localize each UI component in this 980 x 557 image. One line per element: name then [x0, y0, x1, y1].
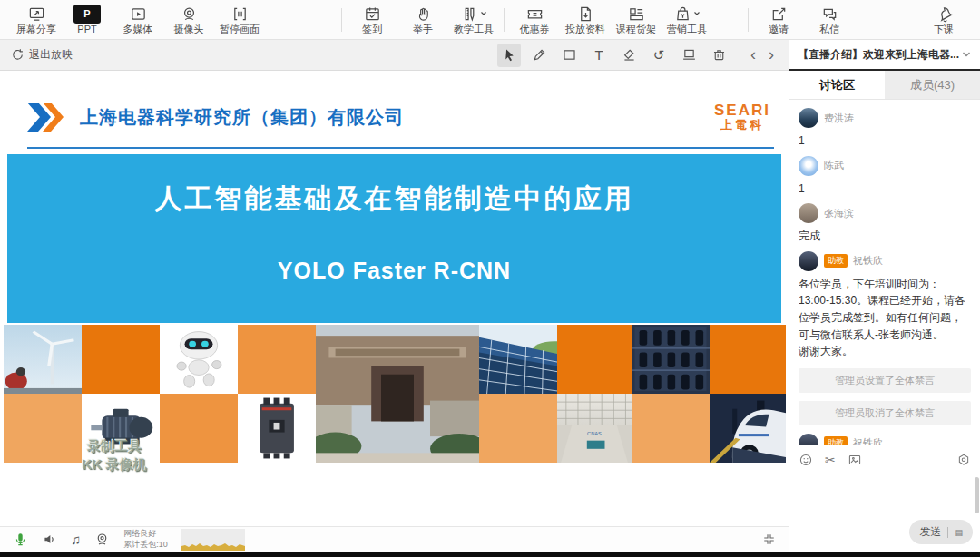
toolbar-divider — [341, 8, 342, 32]
pause-screen-button[interactable]: 暂停画面 — [214, 5, 265, 34]
avatar — [799, 108, 818, 128]
chat-message: 张海滨 完成 — [799, 203, 971, 245]
exit-playback-label: 退出放映 — [29, 47, 73, 63]
teaching-tools-button[interactable]: 教学工具 — [448, 5, 499, 34]
background-music-button[interactable]: ♫ — [71, 532, 81, 547]
raise-hand-button[interactable]: 举手 — [397, 5, 448, 34]
sender-name: 祝铁欣 — [853, 436, 883, 445]
status-bar: ♫ 网络良好 累计丢包:10 — [0, 526, 789, 552]
marketing-tools-button[interactable]: 营销工具 — [662, 5, 712, 34]
sender-name: 费洪涛 — [824, 112, 854, 125]
message-text: 1 — [799, 132, 971, 150]
coupon-label: 优惠券 — [520, 24, 550, 34]
materials-icon — [577, 5, 594, 23]
chat-settings-button[interactable] — [956, 453, 971, 467]
sidebar: 【直播介绍】欢迎来到上海电器... 讨论区 成员(43) 费洪涛 1 — [789, 40, 980, 552]
sign-in-icon — [364, 5, 381, 23]
audio-waveform — [181, 529, 245, 551]
orange-tile — [632, 394, 710, 463]
packet-loss-text: 累计丢包:10 — [123, 540, 168, 550]
send-button[interactable]: 发送 ▤ — [909, 520, 973, 544]
photo-wind-turbine — [4, 325, 82, 394]
ppt-button[interactable]: P PPT — [62, 5, 113, 34]
screen-tool[interactable] — [677, 44, 701, 67]
marketing-tools-icon — [674, 5, 701, 23]
network-status: 网络良好 累计丢包:10 — [123, 529, 168, 550]
slide-navigation: ‹ › — [750, 45, 774, 64]
chat-message-list[interactable]: 费洪涛 1 陈武 1 张海滨 完成 — [789, 100, 980, 445]
speaker-button[interactable] — [42, 532, 57, 547]
slide-header: 上海电器科学研究所（集团）有限公司 SEARI 上電科 — [27, 89, 778, 145]
chat-message: 助教 祝铁欣 课间休息：14:12-14:22 — [799, 434, 971, 445]
orange-tile — [557, 325, 632, 394]
exit-playback-button[interactable]: 退出放映 — [11, 47, 73, 63]
chat-message: 陈武 1 — [799, 156, 971, 198]
camera-icon — [181, 5, 198, 23]
pause-screen-icon — [231, 5, 249, 23]
prev-slide-button[interactable]: ‹ — [750, 45, 756, 64]
tab-members[interactable]: 成员(43) — [885, 71, 980, 99]
presentation-toolbar: 退出放映 T ↺ — [0, 40, 789, 71]
message-input[interactable] — [789, 471, 980, 520]
sender-name: 陈武 — [824, 159, 844, 172]
system-message: 管理员取消了全体禁言 — [799, 401, 971, 425]
send-label: 发送 — [919, 524, 941, 540]
network-status-text: 网络良好 — [123, 529, 168, 539]
screen-share-button[interactable]: 屏幕分享 — [11, 5, 62, 34]
coupon-button[interactable]: 优惠券 — [509, 5, 560, 34]
coupon-icon — [526, 5, 544, 23]
raise-hand-icon — [415, 5, 432, 23]
camera-label: 摄像头 — [174, 24, 204, 34]
next-slide-button[interactable]: › — [769, 45, 774, 64]
photo-solar-panels — [479, 325, 557, 394]
microphone-button[interactable] — [13, 532, 28, 547]
slide-subtitle: YOLO Faster R-CNN — [278, 258, 511, 284]
chat-scrollbar[interactable] — [975, 477, 979, 513]
rectangle-tool[interactable] — [557, 44, 581, 67]
private-message-button[interactable]: 私信 — [804, 5, 855, 34]
room-title-chevron-icon[interactable] — [961, 49, 972, 60]
text-tool[interactable]: T — [587, 44, 611, 67]
slide-canvas[interactable]: 上海电器科学研究所（集团）有限公司 SEARI 上電科 人工智能基础及在智能制造… — [0, 71, 789, 526]
avatar — [799, 251, 818, 271]
invite-button[interactable]: 邀请 — [753, 5, 804, 34]
invite-icon — [770, 5, 788, 23]
image-button[interactable] — [848, 453, 862, 467]
emoji-button[interactable] — [799, 453, 813, 467]
ppt-label: PPT — [77, 24, 96, 34]
camera-button[interactable]: 摄像头 — [163, 5, 214, 34]
clear-trash-tool[interactable] — [707, 44, 730, 67]
end-class-icon — [936, 5, 953, 23]
end-class-button[interactable]: 下课 — [918, 5, 969, 34]
orange-tile — [710, 325, 786, 394]
window-bottom-edge — [0, 552, 980, 557]
marketing-tools-label: 营销工具 — [667, 24, 707, 34]
photo-electric-car — [710, 394, 786, 463]
system-message: 管理员设置了全体禁言 — [799, 368, 971, 393]
pen-tool[interactable] — [527, 44, 551, 67]
course-shelf-button[interactable]: 课程货架 — [611, 5, 662, 34]
orange-tile — [479, 394, 557, 463]
webcam-button[interactable] — [94, 532, 110, 547]
pointer-tool[interactable] — [497, 44, 521, 67]
main-row: 退出放映 T ↺ — [0, 40, 980, 552]
toolbar-divider — [748, 8, 749, 32]
materials-button[interactable]: 投放资料 — [560, 5, 611, 34]
undo-tool[interactable]: ↺ — [647, 44, 671, 67]
room-title: 【直播介绍】欢迎来到上海电器... — [798, 47, 959, 63]
slide-title-banner: 人工智能基础及在智能制造中的应用 YOLO Faster R-CNN — [7, 154, 781, 323]
tab-discussion[interactable]: 讨论区 — [789, 71, 885, 99]
send-options-icon[interactable]: ▤ — [955, 528, 963, 537]
avatar — [799, 434, 818, 445]
screenshot-button[interactable]: ✂ — [825, 454, 836, 466]
watermark-line1: 录制工具 — [53, 437, 176, 455]
multimedia-button[interactable]: 多媒体 — [113, 5, 163, 34]
eraser-tool[interactable] — [617, 44, 641, 67]
private-message-icon — [821, 5, 838, 23]
sidebar-tabs: 讨论区 成员(43) — [789, 71, 980, 100]
tab-members-label: 成员(43) — [910, 77, 955, 93]
sign-in-button[interactable]: 签到 — [347, 5, 397, 34]
collapse-fullscreen-button[interactable] — [762, 533, 776, 546]
seari-logo-cjk: 上電科 — [714, 119, 770, 132]
ppt-icon: P — [74, 5, 101, 23]
